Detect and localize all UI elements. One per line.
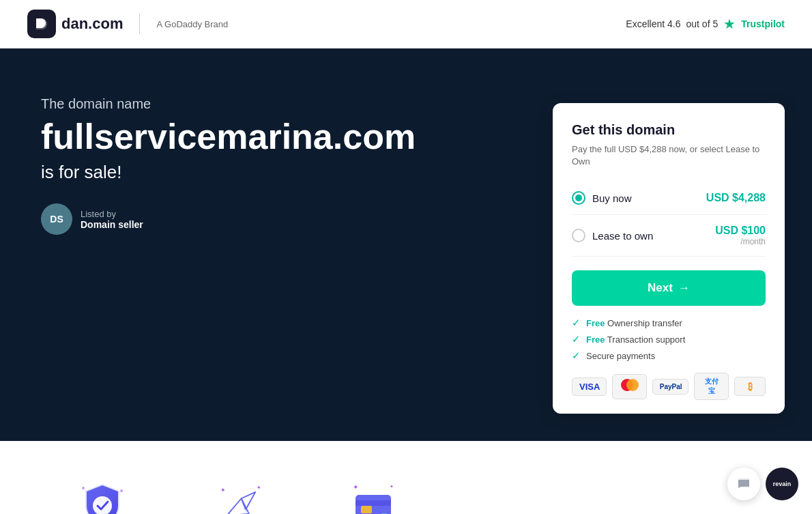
- lease-left: Lease to own: [572, 229, 653, 242]
- listed-by-label: Listed by: [81, 209, 143, 219]
- feature-fast-easy: ✦ ✦ Fast & easy transfers: [191, 475, 295, 514]
- visa-icon: VISA: [572, 377, 607, 396]
- mastercard-icon: [612, 374, 647, 399]
- lease-radio[interactable]: [572, 229, 585, 242]
- header-left: dan.com A GoDaddy Brand: [27, 10, 228, 38]
- buy-now-label: Buy now: [592, 192, 632, 204]
- check-icon-3: ✓: [572, 349, 581, 362]
- check-icon-1: ✓: [572, 317, 581, 329]
- lease-price-group: USD $100 /month: [715, 225, 766, 246]
- trustpilot-outof: out of 5: [686, 18, 719, 29]
- godaddy-brand-text: A GoDaddy Brand: [156, 19, 228, 29]
- revain-badge[interactable]: revain: [766, 468, 798, 500]
- benefit-text-3: Secure payments: [586, 351, 655, 361]
- hero-left: The domain name fullservicemarina.com is…: [41, 89, 416, 235]
- svg-point-3: [120, 489, 123, 492]
- svg-point-2: [82, 487, 85, 489]
- hero-domain: fullservicemarina.com: [41, 117, 416, 156]
- payment-icons: VISA PayPal 支付宝 ₿: [572, 373, 766, 400]
- paper-plane-icon: ✦ ✦: [212, 475, 274, 514]
- benefit-ownership: ✓ Free Ownership transfer: [572, 317, 766, 329]
- trustpilot-rating: Excellent 4.6: [626, 18, 680, 29]
- svg-point-1: [626, 379, 639, 391]
- bitcoin-icon: ₿: [734, 377, 766, 396]
- svg-text:✦: ✦: [220, 487, 226, 494]
- trustpilot-logo: Trustpilot: [741, 18, 785, 29]
- benefit-secure: ✓ Secure payments: [572, 349, 766, 362]
- buy-now-price: USD $4,288: [706, 192, 766, 204]
- svg-rect-15: [361, 506, 372, 513]
- shield-icon: [72, 475, 133, 514]
- benefit-text-1: Ownership transfer: [607, 318, 682, 328]
- buy-now-option[interactable]: Buy now USD $4,288: [572, 182, 766, 215]
- benefit-transaction: ✓ Free Transaction support: [572, 333, 766, 345]
- listed-by: DS Listed by Domain seller: [41, 203, 416, 235]
- free-label-1: Free: [586, 318, 605, 328]
- feature-buyer-protection: Buyer Protection program: [41, 475, 164, 514]
- seller-name: Domain seller: [81, 219, 143, 230]
- buy-now-left: Buy now: [572, 191, 632, 205]
- alipay-icon: 支付宝: [694, 373, 729, 400]
- dan-logo-icon: [27, 10, 56, 38]
- page-header: dan.com A GoDaddy Brand Excellent 4.6 ou…: [0, 0, 812, 48]
- benefit-text-2: Transaction support: [607, 334, 685, 345]
- hero-forsale: is for sale!: [41, 162, 416, 183]
- card-subtitle: Pay the full USD $4,288 now, or select L…: [572, 143, 766, 168]
- trustpilot-area: Excellent 4.6 out of 5 ★ Trustpilot: [626, 16, 785, 32]
- paypal-icon: PayPal: [652, 379, 688, 395]
- hero-section: The domain name fullservicemarina.com is…: [0, 48, 812, 441]
- check-icon-2: ✓: [572, 333, 581, 345]
- lease-per: /month: [715, 237, 766, 246]
- benefits-list: ✓ Free Ownership transfer ✓ Free Transac…: [572, 317, 766, 362]
- buy-now-radio[interactable]: [572, 191, 585, 205]
- svg-text:✦: ✦: [257, 485, 262, 491]
- header-divider: [139, 14, 140, 34]
- trustpilot-star-icon: ★: [723, 16, 736, 32]
- dan-logo-text: dan.com: [61, 15, 123, 33]
- svg-rect-14: [356, 500, 391, 506]
- free-label-2: Free: [586, 334, 605, 345]
- avatar: DS: [41, 203, 72, 235]
- lease-option[interactable]: Lease to own USD $100 /month: [572, 215, 766, 257]
- hero-subtitle: The domain name: [41, 96, 416, 112]
- credit-card-icon: ✦ ✦ ✦: [344, 475, 405, 514]
- radio-inner: [575, 195, 582, 201]
- lease-label: Lease to own: [592, 230, 653, 242]
- next-button[interactable]: Next →: [572, 270, 766, 306]
- next-arrow-icon: →: [678, 281, 690, 295]
- purchase-card: Get this domain Pay the full USD $4,288 …: [553, 103, 785, 414]
- features-section: Buyer Protection program ✦ ✦ Fast & easy…: [0, 441, 812, 514]
- chat-button[interactable]: [727, 468, 760, 500]
- card-title: Get this domain: [572, 122, 766, 138]
- feature-hassle-free: ✦ ✦ ✦ Hassle free payments: [322, 475, 427, 514]
- next-label: Next: [648, 281, 673, 295]
- seller-info: Listed by Domain seller: [81, 209, 143, 230]
- svg-text:✦: ✦: [390, 484, 394, 489]
- lease-price: USD $100: [715, 225, 766, 237]
- dan-logo[interactable]: dan.com: [27, 10, 123, 38]
- svg-text:✦: ✦: [353, 483, 358, 491]
